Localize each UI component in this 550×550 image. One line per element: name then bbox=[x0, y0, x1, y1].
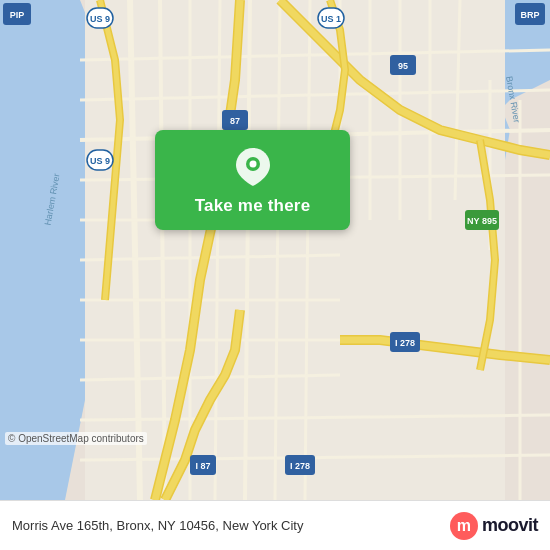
moovit-text: moovit bbox=[482, 515, 538, 536]
svg-text:US 9: US 9 bbox=[90, 156, 110, 166]
osm-attribution: © OpenStreetMap contributors bbox=[5, 432, 147, 445]
moovit-logo: m moovit bbox=[450, 512, 538, 540]
button-label: Take me there bbox=[195, 196, 311, 216]
bottom-bar: Morris Ave 165th, Bronx, NY 10456, New Y… bbox=[0, 500, 550, 550]
moovit-m-letter: m bbox=[457, 517, 471, 535]
map-svg: PIP US 9 US 9 US 1 95 NY 895 I 278 87 I … bbox=[0, 0, 550, 500]
svg-text:BRP: BRP bbox=[520, 10, 539, 20]
svg-text:US 1: US 1 bbox=[321, 14, 341, 24]
svg-text:I 278: I 278 bbox=[395, 338, 415, 348]
svg-text:95: 95 bbox=[398, 61, 408, 71]
svg-text:87: 87 bbox=[230, 116, 240, 126]
svg-rect-3 bbox=[85, 0, 505, 500]
osm-text: © OpenStreetMap contributors bbox=[8, 433, 144, 444]
svg-text:NY 895: NY 895 bbox=[467, 216, 497, 226]
svg-text:US 9: US 9 bbox=[90, 14, 110, 24]
moovit-icon: m bbox=[450, 512, 478, 540]
svg-point-54 bbox=[249, 161, 256, 168]
svg-text:I 278: I 278 bbox=[290, 461, 310, 471]
address-text: Morris Ave 165th, Bronx, NY 10456, New Y… bbox=[12, 518, 303, 533]
svg-text:I 87: I 87 bbox=[195, 461, 210, 471]
take-me-there-button[interactable]: Take me there bbox=[155, 130, 350, 230]
location-pin-icon bbox=[234, 148, 272, 186]
svg-text:PIP: PIP bbox=[10, 10, 25, 20]
map-container: PIP US 9 US 9 US 1 95 NY 895 I 278 87 I … bbox=[0, 0, 550, 500]
